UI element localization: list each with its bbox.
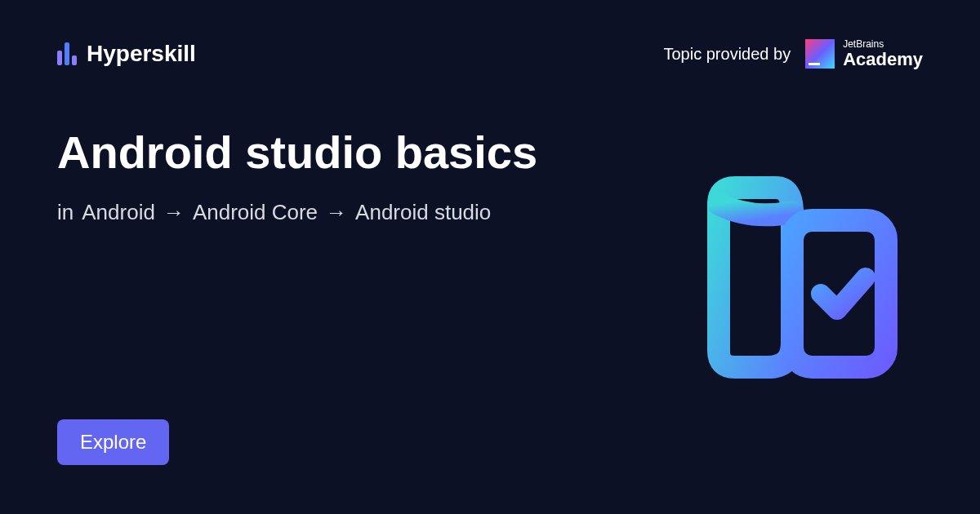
header: Hyperskill Topic provided by JetBrains A… bbox=[0, 0, 980, 69]
arrow-right-icon: → bbox=[163, 200, 185, 225]
explore-button[interactable]: Explore bbox=[57, 419, 169, 465]
brand-name: Hyperskill bbox=[87, 41, 196, 67]
jetbrains-icon bbox=[805, 39, 835, 69]
academy-text: JetBrains Academy bbox=[843, 39, 923, 69]
breadcrumb-item: Android studio bbox=[355, 200, 491, 225]
academy-top-label: JetBrains bbox=[843, 39, 923, 50]
academy-logo: JetBrains Academy bbox=[805, 39, 923, 69]
academy-bottom-label: Academy bbox=[843, 50, 923, 69]
breadcrumb-item: Android Core bbox=[193, 200, 318, 225]
brand-logo: Hyperskill bbox=[57, 41, 196, 67]
breadcrumb-item: Android bbox=[82, 200, 155, 225]
provider-block: Topic provided by JetBrains Academy bbox=[664, 39, 924, 69]
hyperskill-icon bbox=[57, 42, 77, 65]
breadcrumb-prefix: in bbox=[57, 200, 74, 225]
arrow-right-icon: → bbox=[326, 200, 347, 225]
book-checkmark-icon bbox=[686, 163, 915, 392]
provided-by-label: Topic provided by bbox=[664, 45, 791, 64]
